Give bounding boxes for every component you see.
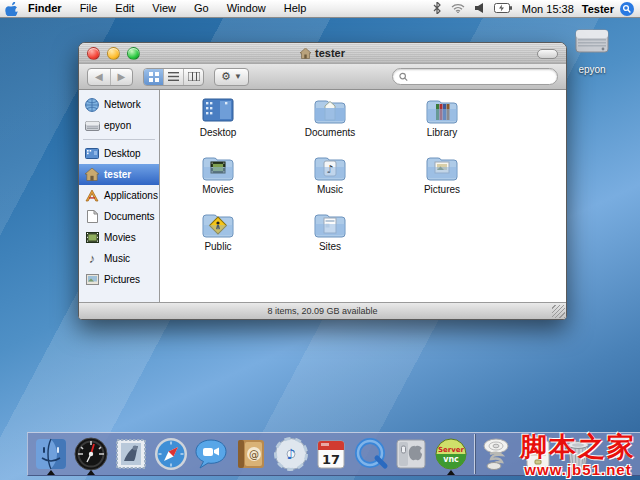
music-note-icon: ♪	[84, 251, 100, 267]
item-music[interactable]: ♪ Music	[274, 153, 386, 210]
menu-edit[interactable]: Edit	[106, 0, 143, 17]
sidebar-item-epyon[interactable]: epyon	[79, 115, 159, 136]
desktop-disk-epyon[interactable]: epyon	[566, 26, 618, 75]
dashboard-icon	[73, 436, 109, 472]
sidebar-label: Pictures	[104, 274, 140, 285]
menu-bar: Finder File Edit View Go Window Help Mon…	[0, 0, 640, 18]
resize-grip[interactable]	[552, 305, 565, 318]
dock-separator	[474, 434, 475, 474]
dock-system-preferences[interactable]	[391, 434, 431, 474]
library-folder-icon	[424, 96, 460, 126]
dock-safari[interactable]	[151, 434, 191, 474]
home-icon	[300, 48, 311, 59]
battery-icon[interactable]	[494, 3, 512, 15]
sidebar-item-tester[interactable]: tester	[79, 164, 159, 185]
item-label: Pictures	[424, 184, 460, 195]
desktop: Finder File Edit View Go Window Help Mon…	[0, 0, 640, 480]
sidebar-label: Documents	[104, 211, 155, 222]
applications-icon	[84, 188, 100, 204]
list-view-button[interactable]	[164, 69, 184, 85]
back-button[interactable]: ◀	[88, 69, 111, 85]
safari-icon	[153, 436, 189, 472]
action-menu-button[interactable]: ⚙▼	[214, 68, 249, 86]
dock-address-book[interactable]: @	[231, 434, 271, 474]
window-titlebar[interactable]: tester	[79, 43, 566, 64]
item-public[interactable]: Public	[162, 210, 274, 267]
item-movies[interactable]: Movies	[162, 153, 274, 210]
menu-file[interactable]: File	[71, 0, 107, 17]
movies-folder-icon	[200, 153, 236, 183]
icon-view-button[interactable]	[144, 69, 164, 85]
ical-icon: 17	[315, 437, 347, 471]
sidebar-item-desktop[interactable]: Desktop	[79, 143, 159, 164]
picture-icon	[84, 272, 100, 288]
music-folder-icon: ♪	[312, 153, 348, 183]
dock: @ ♪ 17	[27, 432, 640, 476]
item-sites[interactable]: Sites	[274, 210, 386, 267]
menu-window[interactable]: Window	[218, 0, 275, 17]
zoom-button[interactable]	[127, 47, 140, 60]
running-indicator	[87, 470, 95, 475]
dock-trash[interactable]	[558, 434, 598, 474]
sidebar-item-pictures[interactable]: Pictures	[79, 269, 159, 290]
sidebar-label: tester	[104, 169, 131, 180]
menu-finder[interactable]: Finder	[22, 0, 71, 17]
column-view-button[interactable]	[184, 69, 203, 85]
apple-menu-icon[interactable]	[0, 2, 22, 16]
dock-quicktime[interactable]	[351, 434, 391, 474]
disk-label: epyon	[566, 64, 618, 75]
toolbar-toggle-pill[interactable]	[537, 49, 558, 59]
search-input[interactable]	[408, 70, 551, 83]
bluetooth-icon[interactable]	[433, 2, 441, 16]
hard-disk-icon	[572, 26, 612, 58]
spotlight-icon[interactable]	[620, 2, 634, 16]
dock-finder[interactable]	[31, 434, 71, 474]
forward-button[interactable]: ▶	[111, 69, 133, 85]
dock-ical[interactable]: 17	[311, 434, 351, 474]
document-icon	[523, 438, 553, 470]
dock-vnc-server[interactable]: Server vnc	[431, 434, 471, 474]
item-documents[interactable]: Documents	[274, 96, 386, 153]
dock-ichat[interactable]	[191, 434, 231, 474]
menu-view[interactable]: View	[143, 0, 185, 17]
sidebar-label: Applications	[104, 190, 158, 201]
sidebar-item-music[interactable]: ♪ Music	[79, 248, 159, 269]
dock-mail[interactable]	[111, 434, 151, 474]
folder-contents: Desktop Documents	[160, 90, 566, 302]
running-indicator	[47, 470, 55, 475]
menu-go[interactable]: Go	[185, 0, 218, 17]
sidebar-item-applications[interactable]: Applications	[79, 185, 159, 206]
svg-text:@: @	[249, 449, 259, 460]
documents-folder-icon	[312, 96, 348, 126]
search-icon	[399, 72, 408, 82]
window-statusbar: 8 items, 20.09 GB available	[79, 302, 566, 319]
public-folder-icon	[200, 210, 236, 240]
sidebar-item-network[interactable]: Network	[79, 94, 159, 115]
close-button[interactable]	[87, 47, 100, 60]
sidebar-label: Music	[104, 253, 130, 264]
minimize-button[interactable]	[107, 47, 120, 60]
dock-document[interactable]	[518, 434, 558, 474]
dock-minimized-item[interactable]	[478, 434, 518, 474]
wifi-icon[interactable]	[451, 3, 465, 15]
menu-clock[interactable]: Mon 15:38	[518, 3, 578, 15]
menu-user[interactable]: Tester	[578, 3, 618, 15]
item-label: Music	[317, 184, 343, 195]
ical-date: 17	[322, 452, 340, 467]
menu-help[interactable]: Help	[275, 0, 316, 17]
svg-text:♪: ♪	[287, 446, 296, 462]
window-sidebar: Network epyon Desktop tester Applic	[79, 90, 160, 302]
dock-itunes[interactable]: ♪	[271, 434, 311, 474]
search-field[interactable]	[392, 68, 558, 85]
sidebar-item-movies[interactable]: Movies	[79, 227, 159, 248]
volume-icon[interactable]	[475, 3, 484, 15]
hard-disk-icon	[84, 118, 100, 134]
dock-dashboard[interactable]	[71, 434, 111, 474]
item-library[interactable]: Library	[386, 96, 498, 153]
desktop-special-icon	[200, 96, 236, 126]
sidebar-item-documents[interactable]: Documents	[79, 206, 159, 227]
item-pictures[interactable]: Pictures	[386, 153, 498, 210]
item-desktop[interactable]: Desktop	[162, 96, 274, 153]
vnc-server-icon: Server vnc	[434, 437, 468, 471]
running-indicator	[447, 470, 455, 475]
